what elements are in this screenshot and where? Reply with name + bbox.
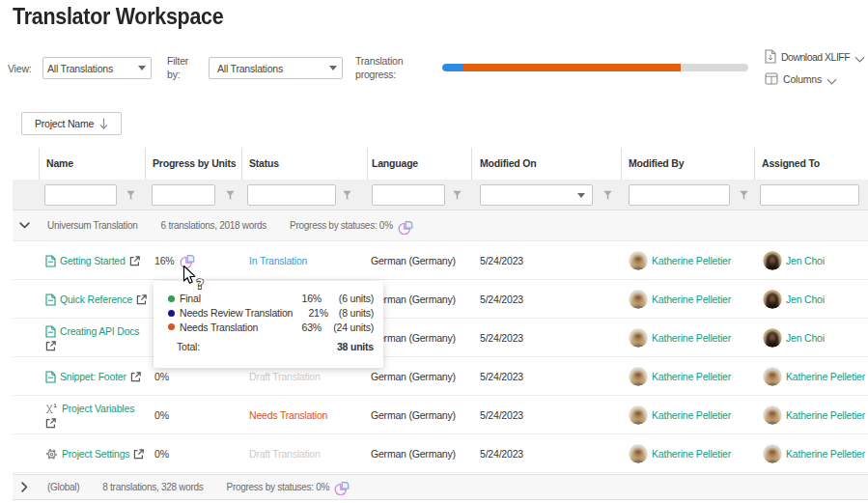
filter-cell-modified-by (629, 184, 730, 206)
tooltip-row: Needs Translation63%(24 units) (168, 320, 374, 334)
language-cell: German (Germany) (371, 241, 479, 279)
filter-input-modified-by[interactable] (629, 184, 730, 206)
document-link[interactable]: Project Variables (62, 403, 134, 414)
filter-funnel-modified-by[interactable] (740, 190, 751, 202)
modified-on-cell: 5/24/2023 (480, 241, 615, 279)
assigned-to-cell: Jen Choi (763, 280, 868, 318)
group-name: (Global) (47, 482, 79, 492)
table-row: Getting Started16%In TranslationGerman (… (13, 241, 868, 280)
filter-funnel-language[interactable] (453, 190, 464, 202)
variable-icon (45, 403, 58, 415)
status-dot (168, 323, 175, 330)
tooltip-total-row: Total: 38 units (168, 341, 374, 352)
user-link[interactable]: Katherine Pelletier (652, 293, 731, 305)
columns-button[interactable]: Columns (765, 72, 837, 85)
filter-input-name[interactable] (44, 184, 117, 206)
filter-input-assigned-to[interactable] (760, 184, 859, 206)
user-link[interactable]: Katherine Pelletier (652, 448, 731, 460)
view-dropdown[interactable]: All Translations (42, 57, 152, 79)
column-header-name[interactable]: Name (46, 147, 145, 180)
assigned-to-cell: Katherine Pelletier (763, 357, 868, 395)
collapse-group-icon[interactable] (13, 210, 39, 240)
filter-input-progress-by-units[interactable] (152, 184, 215, 206)
column-header-language[interactable]: Language (372, 147, 471, 180)
status-cell: Draft Translation (249, 434, 363, 472)
filter-funnel-progress-by-units[interactable] (226, 190, 238, 202)
pie-chart-icon[interactable] (398, 219, 413, 235)
chevron-down-icon (827, 74, 837, 84)
name-cell: Project Variables (45, 396, 149, 433)
filter-cell-modified-on (480, 184, 593, 206)
group-progress: Progress by statuses: 0% (227, 480, 350, 495)
filter-funnel-modified-on[interactable] (603, 190, 615, 202)
filter-select-modified-on[interactable] (480, 184, 593, 206)
avatar (629, 251, 648, 270)
modified-by-cell: Katherine Pelletier (629, 280, 752, 318)
filter-funnel-icon (603, 190, 612, 201)
status-dot (168, 295, 175, 302)
expand-group-icon[interactable] (13, 475, 39, 499)
filter-input-language[interactable] (372, 184, 445, 206)
modified-on-cell: 5/24/2023 (480, 280, 615, 318)
modified-by-cell: Katherine Pelletier (629, 319, 752, 356)
column-header-assigned-to[interactable]: Assigned To (762, 147, 868, 180)
chevron-down-icon (855, 52, 865, 62)
user-link[interactable]: Katherine Pelletier (652, 332, 731, 344)
external-link-icon (45, 341, 56, 351)
tooltip-status-label: Needs Review Translation (180, 307, 293, 319)
language-cell: German (Germany) (371, 357, 479, 395)
tooltip-status-pct: 16% (281, 293, 322, 304)
avatar (629, 405, 648, 425)
filter-dropdown[interactable]: All Translations (209, 57, 343, 79)
filter-input-status[interactable] (247, 184, 336, 206)
filter-funnel-name[interactable] (126, 190, 138, 202)
user-link[interactable]: Katherine Pelletier (786, 409, 865, 421)
group-row-global[interactable]: (Global) 8 translations, 328 words Progr… (13, 474, 868, 500)
avatar (763, 367, 782, 386)
avatar (763, 405, 782, 425)
document-link[interactable]: Creating API Docs (60, 325, 139, 337)
user-link[interactable]: Katherine Pelletier (786, 371, 865, 382)
document-icon (45, 325, 56, 338)
assigned-to-cell: Katherine Pelletier (763, 396, 868, 433)
document-link[interactable]: Project Settings (62, 448, 129, 460)
external-link-icon (45, 418, 56, 429)
columns-label: Columns (783, 73, 822, 85)
assigned-to-cell: Katherine Pelletier (763, 434, 868, 472)
document-icon (45, 293, 56, 306)
group-row-universum[interactable]: Universum Translation 6 translations, 20… (13, 210, 868, 241)
user-link[interactable]: Jen Choi (786, 293, 825, 305)
user-link[interactable]: Katherine Pelletier (652, 371, 731, 382)
group-by-project-name-chip[interactable]: Project Name (21, 112, 122, 135)
user-link[interactable]: Katherine Pelletier (652, 255, 731, 266)
column-header-progress-by-units[interactable]: Progress by Units (153, 147, 241, 180)
modified-by-cell: Katherine Pelletier (629, 396, 752, 433)
name-cell: Getting Started (45, 241, 149, 279)
view-dropdown-value: All Translations (47, 63, 113, 74)
column-header-modified-on[interactable]: Modified On (480, 147, 621, 180)
language-cell: German (Germany) (371, 280, 479, 318)
download-xliff-button[interactable]: Download XLIFF (765, 49, 865, 64)
tooltip-status-label: Needs Translation (180, 321, 281, 333)
column-header-status[interactable]: Status (249, 147, 367, 180)
tooltip-total-value: 38 units (337, 341, 374, 352)
translator-workspace: Translator Workspace View: All Translati… (0, 0, 868, 503)
pie-chart-icon[interactable] (334, 480, 350, 495)
tooltip-status-pct: 63% (281, 321, 322, 333)
column-header-modified-by[interactable]: Modified By (629, 147, 754, 180)
filter-cell-status (247, 184, 336, 206)
document-link[interactable]: Quick Reference (60, 293, 132, 305)
external-link-icon (136, 294, 147, 305)
page-title: Translator Workspace (13, 3, 223, 30)
document-link[interactable]: Snippet: Footer (60, 371, 126, 382)
modified-by-cell: Katherine Pelletier (629, 434, 752, 472)
document-link[interactable]: Getting Started (60, 255, 126, 266)
status-cell: In Translation (249, 241, 363, 279)
user-link[interactable]: Katherine Pelletier (652, 409, 731, 421)
user-link[interactable]: Jen Choi (786, 255, 825, 266)
filter-funnel-status[interactable] (343, 190, 354, 202)
user-link[interactable]: Katherine Pelletier (786, 448, 865, 460)
filter-cell-progress-by-units (152, 184, 215, 206)
user-link[interactable]: Jen Choi (786, 332, 825, 344)
external-link-icon (130, 372, 141, 382)
